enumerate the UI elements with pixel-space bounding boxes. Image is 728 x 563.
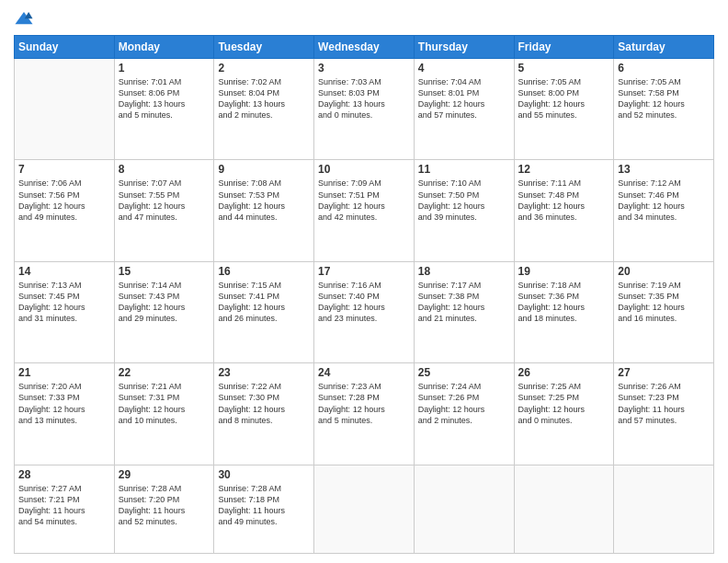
calendar-cell: 5Sunrise: 7:05 AMSunset: 8:00 PMDaylight… xyxy=(514,59,614,160)
cell-text: Sunrise: 7:14 AMSunset: 7:43 PMDaylight:… xyxy=(119,280,210,325)
cell-text: Sunrise: 7:23 AMSunset: 7:28 PMDaylight:… xyxy=(318,381,410,426)
cell-text: Sunrise: 7:18 AMSunset: 7:36 PMDaylight:… xyxy=(518,280,610,325)
cell-text: Sunrise: 7:16 AMSunset: 7:40 PMDaylight:… xyxy=(318,280,410,325)
cell-text: Sunrise: 7:04 AMSunset: 8:01 PMDaylight:… xyxy=(418,76,510,121)
weekday-header: Wednesday xyxy=(314,36,415,59)
day-number: 11 xyxy=(418,163,510,176)
calendar-cell xyxy=(414,465,514,553)
calendar-cell: 10Sunrise: 7:09 AMSunset: 7:51 PMDayligh… xyxy=(314,160,415,261)
day-number: 4 xyxy=(418,62,510,75)
calendar-week-row: 14Sunrise: 7:13 AMSunset: 7:45 PMDayligh… xyxy=(15,261,714,362)
calendar-cell: 17Sunrise: 7:16 AMSunset: 7:40 PMDayligh… xyxy=(314,261,415,362)
calendar-cell xyxy=(514,465,614,553)
cell-text: Sunrise: 7:05 AMSunset: 8:00 PMDaylight:… xyxy=(518,76,610,121)
weekday-header: Saturday xyxy=(614,36,714,59)
calendar-cell: 2Sunrise: 7:02 AMSunset: 8:04 PMDaylight… xyxy=(214,59,314,160)
cell-text: Sunrise: 7:28 AMSunset: 7:18 PMDaylight:… xyxy=(218,483,310,528)
calendar-cell xyxy=(314,465,415,553)
day-number: 7 xyxy=(18,163,110,176)
day-number: 18 xyxy=(418,265,510,278)
day-number: 10 xyxy=(318,163,410,176)
cell-text: Sunrise: 7:10 AMSunset: 7:50 PMDaylight:… xyxy=(418,178,510,223)
weekday-header: Sunday xyxy=(15,36,115,59)
calendar-cell: 11Sunrise: 7:10 AMSunset: 7:50 PMDayligh… xyxy=(414,160,514,261)
day-number: 13 xyxy=(618,163,710,176)
cell-text: Sunrise: 7:22 AMSunset: 7:30 PMDaylight:… xyxy=(218,381,310,426)
day-number: 5 xyxy=(518,62,610,75)
calendar-cell: 6Sunrise: 7:05 AMSunset: 7:58 PMDaylight… xyxy=(614,59,714,160)
calendar-cell: 25Sunrise: 7:24 AMSunset: 7:26 PMDayligh… xyxy=(414,363,514,465)
calendar-cell: 13Sunrise: 7:12 AMSunset: 7:46 PMDayligh… xyxy=(614,160,714,261)
cell-text: Sunrise: 7:20 AMSunset: 7:33 PMDaylight:… xyxy=(18,381,110,426)
day-number: 12 xyxy=(518,163,610,176)
calendar-cell: 18Sunrise: 7:17 AMSunset: 7:38 PMDayligh… xyxy=(414,261,514,362)
day-number: 30 xyxy=(218,468,310,481)
calendar-header-row: SundayMondayTuesdayWednesdayThursdayFrid… xyxy=(15,36,714,59)
cell-text: Sunrise: 7:28 AMSunset: 7:20 PMDaylight:… xyxy=(119,483,210,528)
calendar-cell: 28Sunrise: 7:27 AMSunset: 7:21 PMDayligh… xyxy=(15,465,115,553)
calendar-cell: 16Sunrise: 7:15 AMSunset: 7:41 PMDayligh… xyxy=(214,261,314,362)
calendar-cell: 3Sunrise: 7:03 AMSunset: 8:03 PMDaylight… xyxy=(314,59,415,160)
calendar-cell: 19Sunrise: 7:18 AMSunset: 7:36 PMDayligh… xyxy=(514,261,614,362)
cell-text: Sunrise: 7:06 AMSunset: 7:56 PMDaylight:… xyxy=(18,178,110,223)
weekday-header: Thursday xyxy=(414,36,514,59)
calendar-cell: 23Sunrise: 7:22 AMSunset: 7:30 PMDayligh… xyxy=(214,363,314,465)
cell-text: Sunrise: 7:15 AMSunset: 7:41 PMDaylight:… xyxy=(218,280,310,325)
day-number: 16 xyxy=(218,265,310,278)
day-number: 29 xyxy=(119,468,210,481)
calendar-body: 1Sunrise: 7:01 AMSunset: 8:06 PMDaylight… xyxy=(15,59,714,554)
cell-text: Sunrise: 7:26 AMSunset: 7:23 PMDaylight:… xyxy=(618,381,710,426)
weekday-header: Monday xyxy=(114,36,214,59)
calendar-cell: 14Sunrise: 7:13 AMSunset: 7:45 PMDayligh… xyxy=(15,261,115,362)
cell-text: Sunrise: 7:19 AMSunset: 7:35 PMDaylight:… xyxy=(618,280,710,325)
calendar-cell: 4Sunrise: 7:04 AMSunset: 8:01 PMDaylight… xyxy=(414,59,514,160)
calendar-cell: 29Sunrise: 7:28 AMSunset: 7:20 PMDayligh… xyxy=(114,465,214,553)
calendar-cell: 24Sunrise: 7:23 AMSunset: 7:28 PMDayligh… xyxy=(314,363,415,465)
header xyxy=(14,9,714,29)
calendar-table: SundayMondayTuesdayWednesdayThursdayFrid… xyxy=(14,35,714,554)
day-number: 26 xyxy=(518,366,610,379)
calendar-week-row: 28Sunrise: 7:27 AMSunset: 7:21 PMDayligh… xyxy=(15,465,714,553)
day-number: 1 xyxy=(119,62,210,75)
cell-text: Sunrise: 7:17 AMSunset: 7:38 PMDaylight:… xyxy=(418,280,510,325)
day-number: 3 xyxy=(318,62,410,75)
day-number: 9 xyxy=(218,163,310,176)
weekday-header: Tuesday xyxy=(214,36,314,59)
cell-text: Sunrise: 7:21 AMSunset: 7:31 PMDaylight:… xyxy=(119,381,210,426)
day-number: 6 xyxy=(618,62,710,75)
day-number: 14 xyxy=(18,265,110,278)
calendar-cell: 7Sunrise: 7:06 AMSunset: 7:56 PMDaylight… xyxy=(15,160,115,261)
cell-text: Sunrise: 7:07 AMSunset: 7:55 PMDaylight:… xyxy=(119,178,210,223)
weekday-header: Friday xyxy=(514,36,614,59)
calendar-cell: 21Sunrise: 7:20 AMSunset: 7:33 PMDayligh… xyxy=(15,363,115,465)
cell-text: Sunrise: 7:03 AMSunset: 8:03 PMDaylight:… xyxy=(318,76,410,121)
calendar-cell: 22Sunrise: 7:21 AMSunset: 7:31 PMDayligh… xyxy=(114,363,214,465)
day-number: 2 xyxy=(218,62,310,75)
cell-text: Sunrise: 7:12 AMSunset: 7:46 PMDaylight:… xyxy=(618,178,710,223)
cell-text: Sunrise: 7:08 AMSunset: 7:53 PMDaylight:… xyxy=(218,178,310,223)
cell-text: Sunrise: 7:02 AMSunset: 8:04 PMDaylight:… xyxy=(218,76,310,121)
calendar-cell: 12Sunrise: 7:11 AMSunset: 7:48 PMDayligh… xyxy=(514,160,614,261)
logo-icon xyxy=(14,9,34,29)
calendar-cell: 20Sunrise: 7:19 AMSunset: 7:35 PMDayligh… xyxy=(614,261,714,362)
calendar-week-row: 1Sunrise: 7:01 AMSunset: 8:06 PMDaylight… xyxy=(15,59,714,160)
calendar-cell xyxy=(15,59,115,160)
cell-text: Sunrise: 7:25 AMSunset: 7:25 PMDaylight:… xyxy=(518,381,610,426)
cell-text: Sunrise: 7:11 AMSunset: 7:48 PMDaylight:… xyxy=(518,178,610,223)
calendar-cell: 26Sunrise: 7:25 AMSunset: 7:25 PMDayligh… xyxy=(514,363,614,465)
calendar-cell: 27Sunrise: 7:26 AMSunset: 7:23 PMDayligh… xyxy=(614,363,714,465)
day-number: 21 xyxy=(18,366,110,379)
day-number: 20 xyxy=(618,265,710,278)
calendar-week-row: 7Sunrise: 7:06 AMSunset: 7:56 PMDaylight… xyxy=(15,160,714,261)
day-number: 23 xyxy=(218,366,310,379)
day-number: 25 xyxy=(418,366,510,379)
cell-text: Sunrise: 7:24 AMSunset: 7:26 PMDaylight:… xyxy=(418,381,510,426)
calendar-week-row: 21Sunrise: 7:20 AMSunset: 7:33 PMDayligh… xyxy=(15,363,714,465)
calendar-cell: 15Sunrise: 7:14 AMSunset: 7:43 PMDayligh… xyxy=(114,261,214,362)
cell-text: Sunrise: 7:13 AMSunset: 7:45 PMDaylight:… xyxy=(18,280,110,325)
cell-text: Sunrise: 7:09 AMSunset: 7:51 PMDaylight:… xyxy=(318,178,410,223)
day-number: 15 xyxy=(119,265,210,278)
calendar-cell: 8Sunrise: 7:07 AMSunset: 7:55 PMDaylight… xyxy=(114,160,214,261)
calendar-cell: 9Sunrise: 7:08 AMSunset: 7:53 PMDaylight… xyxy=(214,160,314,261)
cell-text: Sunrise: 7:27 AMSunset: 7:21 PMDaylight:… xyxy=(18,483,110,528)
